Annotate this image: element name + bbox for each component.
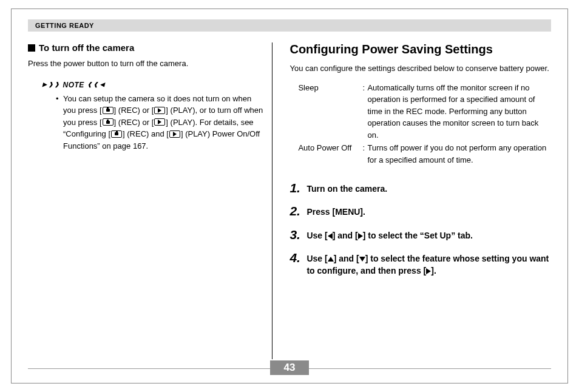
section-header-text: GETTING READY	[35, 22, 94, 29]
step-text: Use [] and [] to select the “Set Up” tab…	[306, 228, 472, 242]
def-row-auto-power-off: Auto Power Off : Turns off power if you …	[298, 142, 551, 166]
left-column: To turn off the camera Press the power b…	[28, 42, 276, 356]
note-right-decor-icon: ❰❰◀	[87, 82, 105, 87]
note-text-4: ] (REC) or [	[114, 118, 154, 127]
note-list: You can setup the camera so it does not …	[56, 93, 264, 152]
def-colon: :	[362, 142, 367, 166]
step-number: 3.	[290, 228, 306, 241]
intro-text: You can configure the settings described…	[290, 63, 551, 75]
right-arrow-icon	[358, 233, 363, 239]
footer: 43	[28, 359, 551, 375]
play-icon	[154, 118, 165, 126]
note-item: You can setup the camera so it does not …	[56, 93, 264, 152]
note-left-decor-icon: ▶❱❱	[42, 82, 60, 87]
steps-list: 1. Turn on the camera. 2. Press [MENU]. …	[290, 181, 551, 277]
step-1: 1. Turn on the camera.	[290, 181, 551, 195]
left-arrow-icon	[328, 233, 333, 239]
step3-pre: Use [	[306, 231, 327, 240]
section-header: GETTING READY	[28, 19, 551, 32]
def-term: Auto Power Off	[298, 142, 362, 166]
rec-icon	[103, 107, 113, 114]
def-desc: Turns off power if you do not perform an…	[367, 142, 551, 166]
definitions-table: Sleep : Automatically turns off the moni…	[298, 82, 551, 166]
def-row-sleep: Sleep : Automatically turns off the moni…	[298, 82, 551, 141]
step-number: 4.	[290, 251, 306, 264]
note-text-2: ] (REC) or [	[114, 106, 154, 115]
page-number: 43	[270, 360, 309, 375]
up-arrow-icon	[328, 257, 334, 262]
rec-icon	[103, 118, 113, 126]
def-desc: Automatically turns off the monitor scre…	[367, 82, 551, 141]
step-3: 3. Use [] and [] to select the “Set Up” …	[290, 228, 551, 242]
content-columns: To turn off the camera Press the power b…	[28, 42, 551, 356]
step4-pre: Use [	[306, 254, 327, 263]
step-number: 1.	[290, 181, 306, 194]
step4-post: ].	[431, 266, 436, 275]
step-text: Use [] and [] to select the feature whos…	[306, 251, 551, 277]
note-label: NOTE	[63, 81, 84, 89]
step3-post: ] to select the “Set Up” tab.	[363, 231, 473, 240]
down-arrow-icon	[359, 257, 365, 262]
rec-icon	[111, 130, 122, 138]
play-icon	[169, 130, 180, 138]
step-text: Turn on the camera.	[306, 181, 387, 195]
subheading-turn-off: To turn off the camera	[28, 42, 264, 53]
step-text: Press [MENU].	[306, 204, 365, 218]
note-text-6: ] (REC) and [	[123, 129, 169, 138]
step-4: 4. Use [] and [] to select the feature w…	[290, 251, 551, 277]
def-term: Sleep	[298, 82, 362, 141]
step-2: 2. Press [MENU].	[290, 204, 551, 218]
step4-mid: ] and [	[334, 254, 359, 263]
play-icon	[154, 107, 165, 114]
step3-mid: ] and [	[333, 231, 358, 240]
def-colon: :	[362, 82, 367, 141]
right-column: Configuring Power Saving Settings You ca…	[276, 42, 551, 356]
main-heading: Configuring Power Saving Settings	[290, 42, 551, 56]
step-number: 2.	[290, 204, 306, 217]
square-bullet-icon	[28, 44, 35, 52]
note-header: ▶❱❱ NOTE ❰❰◀	[42, 81, 264, 89]
subheading-text: To turn off the camera	[39, 42, 134, 53]
turn-off-body: Press the power button to turn off the c…	[28, 58, 264, 70]
